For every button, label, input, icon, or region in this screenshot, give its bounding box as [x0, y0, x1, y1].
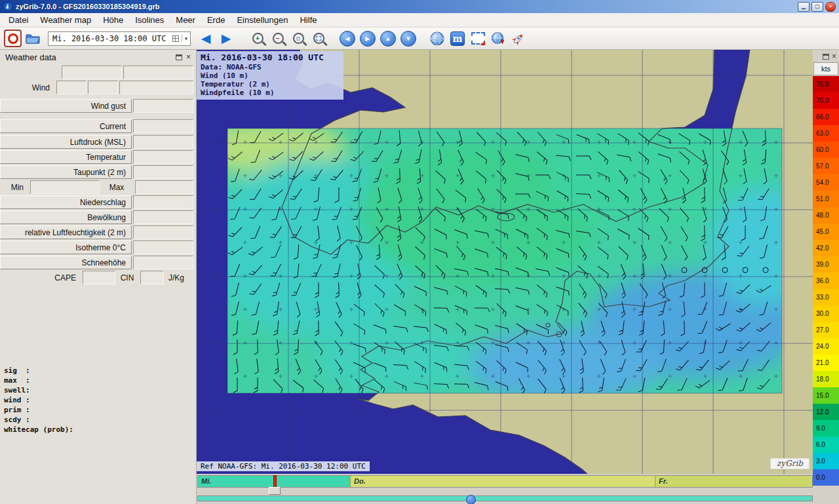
cloud-cover-button[interactable]: Bewölkung — [0, 210, 132, 224]
scale-entry: 45.0 — [813, 223, 839, 240]
zoom-fit-button[interactable]: ◻ — [289, 29, 307, 48]
time-slider-thumb[interactable] — [269, 487, 281, 495]
temperature-button[interactable]: Temperatur — [0, 150, 132, 164]
zoom-out-icon: − — [273, 33, 284, 44]
value-box — [133, 195, 193, 209]
timeline-day-label: Mi. — [201, 477, 211, 485]
value-box — [133, 225, 193, 239]
wind-label: Wind — [0, 81, 55, 94]
current-button[interactable]: Current — [0, 119, 132, 133]
close-panel-icon[interactable]: × — [186, 53, 191, 61]
secondary-time-bar[interactable] — [197, 495, 813, 501]
date-combobox[interactable]: Mi. 2016-03-30 18:00 UTC ▾ — [48, 31, 191, 46]
timeline-day-label: Do. — [354, 477, 366, 485]
time-slider-groove[interactable]: Mi.Do.Fr. — [197, 475, 813, 488]
scale-entry: 21.0 — [813, 355, 839, 371]
cape-label: CAPE — [0, 271, 81, 284]
sea-state-line: sig : — [4, 366, 196, 376]
isotherm-button[interactable]: Isotherme 0°C — [0, 241, 132, 254]
time-slider-handle[interactable] — [273, 475, 277, 488]
zoom-out-button[interactable]: − — [269, 29, 287, 48]
pan-up-button[interactable]: ▲ — [379, 29, 397, 48]
float-scale-icon[interactable] — [823, 54, 829, 60]
arrow-down-icon: ▼ — [400, 31, 416, 47]
meteotable-button[interactable]: m — [448, 29, 467, 48]
scale-entry: 54.0 — [813, 174, 839, 191]
menu-item-hilfe[interactable]: Hilfe — [294, 13, 322, 27]
timeline-day-2[interactable]: Do. — [350, 476, 655, 487]
open-file-button[interactable] — [24, 29, 42, 48]
menu-item-isolines[interactable]: Isolines — [129, 13, 170, 27]
time-slider[interactable]: Mi.Do.Fr. — [197, 474, 813, 504]
quit-button[interactable] — [4, 29, 22, 47]
pan-right-button[interactable]: ▶ — [359, 29, 377, 48]
panel-title: Weather data — [5, 52, 172, 62]
pan-left-button[interactable]: ◀ — [338, 29, 357, 48]
zoom-select-button[interactable] — [309, 29, 328, 48]
dewpoint-button[interactable]: Taupunkt (2 m) — [0, 165, 132, 179]
menu-item-erde[interactable]: Erde — [201, 13, 231, 27]
menu-item-datei[interactable]: Datei — [3, 13, 34, 27]
scale-entry: 42.0 — [813, 240, 839, 256]
value-box — [56, 81, 87, 94]
select-region-button[interactable] — [469, 29, 487, 48]
precipitation-button[interactable]: Niederschlag — [0, 195, 132, 209]
sea-state-line: scdy : — [4, 415, 196, 425]
pan-down-button[interactable]: ▼ — [399, 29, 418, 48]
wind-row: Wind — [0, 81, 193, 94]
value-box — [133, 135, 193, 149]
sea-state-line: max : — [4, 376, 196, 385]
next-timestep-button[interactable]: ▶ — [217, 29, 235, 48]
menu-item-h-he[interactable]: Höhe — [97, 13, 129, 27]
map-canvas[interactable]: Mi. 2016-03-30 18:00 UTC Data: NOAA-GFS … — [197, 50, 813, 474]
zoom-in-button[interactable]: + — [248, 29, 267, 48]
updates-button[interactable] — [509, 29, 528, 48]
power-icon — [8, 33, 18, 44]
overlay-temperature: Temperatur (2 m) — [201, 80, 343, 88]
zygrib-watermark: zyGrib — [770, 458, 810, 469]
scale-entry: 27.0 — [813, 322, 839, 338]
cape-row: CAPE CIN J/Kg — [0, 271, 193, 284]
float-panel-icon[interactable] — [176, 54, 182, 60]
close-scale-icon[interactable]: × — [832, 52, 836, 60]
scale-entry: 60.0 — [813, 142, 839, 158]
menu-item-weather-map[interactable]: Weather map — [34, 13, 97, 27]
overlay-windarrows: Windpfeile (10 m) — [201, 88, 343, 97]
open-folder-icon — [26, 32, 40, 45]
desktop-icon — [466, 495, 476, 504]
minimize-button[interactable]: ▁ — [798, 2, 810, 12]
humidity-button[interactable]: relative Luftfeuchtigkeit (2 m) — [0, 225, 132, 239]
cin-label: CIN — [115, 271, 139, 284]
overlay-wind: Wind (10 m) — [201, 71, 343, 80]
earth-settings-button[interactable] — [428, 29, 446, 48]
menu-item-meer[interactable]: Meer — [170, 13, 201, 27]
app-icon — [3, 2, 12, 11]
overlay-datetime: Mi. 2016-03-30 18:00 UTC — [201, 52, 343, 63]
arrow-right-icon: ▶ — [360, 31, 376, 47]
sea-state-line: swell: — [4, 385, 196, 395]
menu-bar: DateiWeather mapHöheIsolinesMeerErdeEins… — [0, 13, 839, 28]
chevron-down-icon: ▾ — [182, 35, 188, 42]
previous-timestep-button[interactable]: ◀ — [197, 29, 215, 48]
pressure-button[interactable]: Luftdruck (MSL) — [0, 135, 132, 149]
toolbar: Mi. 2016-03-30 18:00 UTC ▾ ◀ ▶ + − ◻ ◀ ▶… — [0, 28, 839, 50]
wind-gust-button[interactable]: Wind gust — [0, 99, 132, 113]
wind-value-row — [60, 66, 193, 79]
value-box — [133, 256, 193, 269]
scale-entry: 24.0 — [813, 338, 839, 355]
menu-item-einstellungen[interactable]: Einstellungen — [231, 13, 294, 27]
cape-unit-label: J/Kg — [164, 271, 193, 284]
snow-depth-button[interactable]: Schneehöhe — [0, 256, 132, 269]
value-box — [133, 241, 193, 254]
color-scale-panel: × kts 75.070.066.063.060.057.054.051.048… — [813, 50, 839, 487]
value-box — [135, 180, 193, 194]
maximize-button[interactable]: ▢ — [811, 2, 823, 12]
value-box — [83, 271, 115, 284]
rocket-icon — [511, 31, 526, 46]
close-button[interactable]: × — [825, 2, 836, 12]
download-grib-button[interactable] — [489, 29, 507, 48]
select-region-icon — [471, 32, 485, 45]
timeline-day-3[interactable]: Fr. — [655, 476, 812, 487]
value-box — [30, 180, 100, 194]
value-box — [133, 150, 193, 164]
